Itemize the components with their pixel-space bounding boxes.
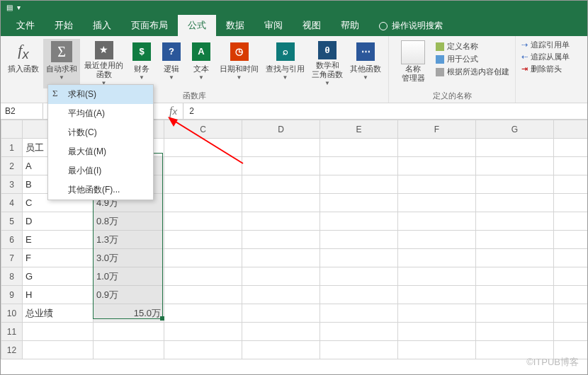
cell-B11[interactable] — [94, 323, 164, 341]
cell-B7[interactable]: 3.0万 — [94, 249, 164, 267]
cell-F2[interactable] — [398, 157, 476, 175]
cell-C6[interactable] — [164, 231, 242, 249]
chevron-down-icon[interactable]: ▾ — [17, 4, 21, 11]
trace-precedents-button[interactable]: ⇢追踪引用单 — [520, 39, 571, 51]
cell-C4[interactable] — [164, 194, 242, 212]
tab-review[interactable]: 审阅 — [254, 15, 293, 36]
cell-C8[interactable] — [164, 267, 242, 286]
cell-E7[interactable] — [320, 249, 398, 267]
select-all-corner[interactable] — [1, 120, 23, 139]
cell-D4[interactable] — [242, 194, 320, 212]
datetime-button[interactable]: ◷ 日期和时间▼ — [217, 39, 261, 88]
col-header-H[interactable]: H — [554, 120, 589, 139]
dropdown-count[interactable]: 计数(C) — [48, 123, 153, 142]
row-header-8[interactable]: 8 — [1, 267, 23, 286]
cell-G8[interactable] — [476, 267, 554, 286]
cell-F6[interactable] — [398, 231, 476, 249]
cell-E3[interactable] — [320, 175, 398, 194]
cell-A12[interactable] — [23, 341, 94, 359]
tab-view[interactable]: 视图 — [293, 15, 331, 36]
col-header-F[interactable]: F — [398, 120, 476, 139]
cell-H4[interactable] — [554, 194, 589, 212]
cell-G10[interactable] — [476, 304, 554, 323]
lookup-button[interactable]: ⌕ 查找与引用▼ — [263, 39, 307, 88]
cell-D3[interactable] — [242, 175, 320, 194]
cell-H10[interactable] — [554, 304, 589, 323]
formula-bar[interactable]: 2 — [183, 105, 587, 117]
cell-B12[interactable] — [94, 341, 164, 359]
col-header-G[interactable]: G — [476, 120, 554, 139]
cell-F9[interactable] — [398, 286, 476, 304]
dropdown-sum[interactable]: Σ求和(S) — [48, 85, 153, 104]
cell-A6[interactable]: E — [23, 231, 94, 249]
save-icon[interactable]: ▤ — [6, 4, 13, 11]
cell-G2[interactable] — [476, 157, 554, 175]
insert-function-button[interactable]: fx 插入函数 — [5, 39, 42, 88]
cell-C5[interactable] — [164, 212, 242, 231]
cell-G11[interactable] — [476, 323, 554, 341]
dropdown-average[interactable]: 平均值(A) — [48, 104, 153, 123]
cell-H11[interactable] — [554, 323, 589, 341]
cell-D11[interactable] — [242, 323, 320, 341]
cell-E6[interactable] — [320, 231, 398, 249]
cell-A11[interactable] — [23, 323, 94, 341]
cell-D12[interactable] — [242, 341, 320, 359]
cell-G4[interactable] — [476, 194, 554, 212]
row-header-11[interactable]: 11 — [1, 323, 23, 341]
cell-H9[interactable] — [554, 286, 589, 304]
cell-G7[interactable] — [476, 249, 554, 267]
cell-D9[interactable] — [242, 286, 320, 304]
row-header-12[interactable]: 12 — [1, 341, 23, 359]
cell-C3[interactable] — [164, 175, 242, 194]
cell-C9[interactable] — [164, 286, 242, 304]
dropdown-min[interactable]: 最小值(I) — [48, 161, 153, 180]
cell-E8[interactable] — [320, 267, 398, 286]
row-header-2[interactable]: 2 — [1, 157, 23, 175]
cell-D6[interactable] — [242, 231, 320, 249]
cell-A10[interactable]: 总业绩 — [23, 304, 94, 323]
name-box[interactable]: B2 — [1, 103, 43, 119]
cell-H3[interactable] — [554, 175, 589, 194]
cell-E11[interactable] — [320, 323, 398, 341]
autosum-button[interactable]: Σ 自动求和 ▼ — [43, 39, 80, 88]
cell-G6[interactable] — [476, 231, 554, 249]
recent-functions-button[interactable]: ★ 最近使用的 函数 ▼ — [81, 39, 126, 88]
col-header-D[interactable]: D — [242, 120, 320, 139]
row-header-1[interactable]: 1 — [1, 139, 23, 157]
cell-G9[interactable] — [476, 286, 554, 304]
row-header-4[interactable]: 4 — [1, 194, 23, 212]
col-header-E[interactable]: E — [320, 120, 398, 139]
cell-F4[interactable] — [398, 194, 476, 212]
dropdown-other[interactable]: 其他函数(F)... — [48, 180, 153, 200]
cell-A7[interactable]: F — [23, 249, 94, 267]
define-name-button[interactable]: 定义名称 — [434, 40, 511, 52]
cell-E9[interactable] — [320, 286, 398, 304]
cell-F5[interactable] — [398, 212, 476, 231]
cell-C7[interactable] — [164, 249, 242, 267]
cell-D10[interactable] — [242, 304, 320, 323]
math-button[interactable]: θ 数学和 三角函数▼ — [309, 39, 346, 88]
cell-B9[interactable]: 0.9万 — [94, 286, 164, 304]
cell-E10[interactable] — [320, 304, 398, 323]
cell-F1[interactable] — [398, 139, 476, 157]
cell-E1[interactable] — [320, 139, 398, 157]
row-header-7[interactable]: 7 — [1, 249, 23, 267]
cell-G1[interactable] — [476, 139, 554, 157]
remove-arrows-button[interactable]: ⇥删除箭头 — [520, 63, 571, 75]
row-header-10[interactable]: 10 — [1, 304, 23, 323]
cell-G5[interactable] — [476, 212, 554, 231]
cell-B6[interactable]: 1.3万 — [94, 231, 164, 249]
cell-B8[interactable]: 1.0万 — [94, 267, 164, 286]
cell-E4[interactable] — [320, 194, 398, 212]
cell-A9[interactable]: H — [23, 286, 94, 304]
trace-dependents-button[interactable]: ⇠追踪从属单 — [520, 51, 571, 63]
cell-A5[interactable]: D — [23, 212, 94, 231]
cell-D5[interactable] — [242, 212, 320, 231]
cell-H6[interactable] — [554, 231, 589, 249]
text-button[interactable]: A 文本▼ — [187, 39, 215, 88]
fx-icon[interactable]: fx — [164, 103, 183, 119]
cell-D1[interactable] — [242, 139, 320, 157]
cell-C10[interactable] — [164, 304, 242, 323]
financial-button[interactable]: $ 财务▼ — [128, 39, 156, 88]
tab-formulas[interactable]: 公式 — [178, 15, 216, 36]
